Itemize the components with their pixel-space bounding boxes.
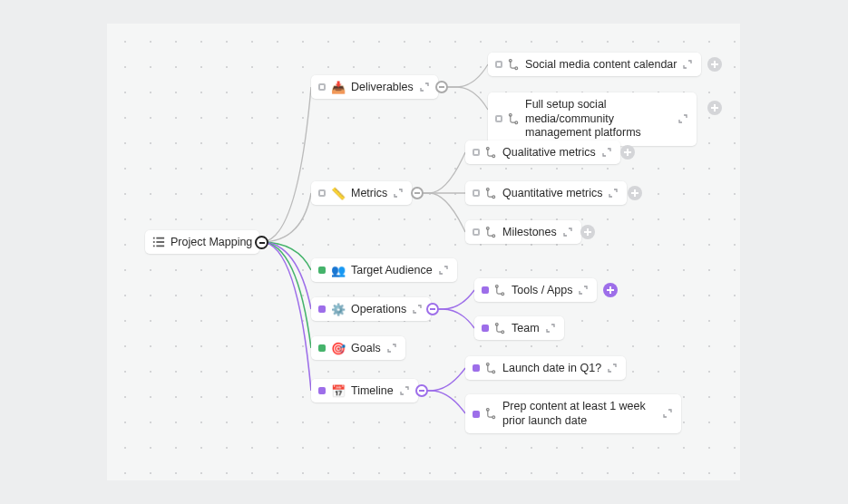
status-square — [473, 149, 480, 156]
svg-rect-3 — [156, 241, 164, 243]
connector-metrics[interactable] — [411, 187, 424, 199]
status-square — [473, 364, 480, 372]
node-label: Social media content calendar — [525, 58, 677, 71]
expand-icon[interactable] — [607, 363, 619, 374]
status-square — [318, 344, 326, 352]
emoji-icon: 📥 — [331, 82, 346, 93]
node-label: Goals — [351, 342, 381, 354]
node-label: Project Mapping — [171, 236, 252, 248]
add-button[interactable] — [707, 101, 722, 115]
status-square — [482, 286, 489, 294]
node-label: Target Audience — [351, 264, 433, 276]
node-timeline-child-1[interactable]: Prep content at least 1 week prior launc… — [465, 394, 681, 433]
emoji-icon: 🎯 — [331, 343, 346, 354]
node-root[interactable]: Project Mapping — [145, 230, 259, 254]
node-deliverables-child-0[interactable]: Social media content calendar — [488, 53, 701, 76]
node-goals[interactable]: 🎯 Goals — [311, 336, 405, 360]
mindmap-canvas[interactable]: Project Mapping 📥 Deliverables Social me… — [107, 24, 740, 480]
connector-timeline[interactable] — [415, 384, 428, 397]
emoji-icon: 📅 — [331, 385, 346, 397]
svg-point-21 — [492, 370, 495, 373]
node-timeline-child-0[interactable]: Launch date in Q1? — [465, 356, 626, 380]
svg-point-13 — [492, 195, 495, 198]
node-metrics[interactable]: 📏 Metrics — [311, 181, 412, 205]
list-icon — [152, 236, 165, 248]
node-deliverables[interactable]: 📥 Deliverables — [311, 75, 438, 99]
add-button[interactable] — [620, 145, 635, 160]
expand-icon[interactable] — [562, 227, 574, 238]
status-square — [318, 267, 326, 274]
expand-icon[interactable] — [545, 323, 557, 334]
status-square — [495, 115, 502, 122]
node-metrics-child-1[interactable]: Quantitative metrics — [465, 181, 627, 205]
emoji-icon: 👥 — [331, 265, 346, 276]
node-target[interactable]: 👥 Target Audience — [311, 258, 457, 282]
subtask-icon — [508, 113, 520, 125]
status-square — [473, 189, 480, 197]
svg-point-17 — [502, 292, 504, 295]
subtask-icon — [494, 323, 506, 334]
emoji-icon: 📏 — [331, 188, 346, 199]
subtask-icon — [485, 408, 497, 420]
expand-icon[interactable] — [682, 59, 694, 71]
subtask-icon — [485, 227, 497, 238]
node-deliverables-child-1[interactable]: Full setup social media/community manage… — [488, 92, 697, 146]
node-label: Operations — [351, 303, 406, 315]
node-label: Launch date in Q1? — [502, 362, 601, 374]
subtask-icon — [485, 147, 497, 159]
expand-icon[interactable] — [419, 82, 431, 93]
status-square — [495, 61, 502, 68]
node-timeline[interactable]: 📅 Timeline — [311, 379, 418, 402]
emoji-icon: ⚙️ — [331, 304, 346, 315]
expand-icon[interactable] — [399, 385, 411, 397]
add-button[interactable] — [707, 57, 722, 72]
status-square — [318, 387, 326, 394]
node-label: Team — [512, 322, 540, 334]
svg-point-15 — [492, 234, 495, 237]
node-label: Deliverables — [351, 81, 414, 93]
subtask-icon — [485, 363, 497, 374]
subtask-icon — [508, 59, 520, 71]
node-label: Quantitative metrics — [502, 187, 602, 199]
node-operations-child-0[interactable]: Tools / Apps — [474, 278, 597, 302]
svg-point-23 — [492, 416, 495, 419]
add-button[interactable] — [603, 283, 618, 297]
svg-rect-4 — [153, 246, 155, 247]
node-metrics-child-0[interactable]: Qualitative metrics — [465, 141, 620, 164]
node-label: Prep content at least 1 week prior launc… — [502, 400, 657, 428]
node-label: Milestones — [502, 226, 557, 238]
expand-icon[interactable] — [438, 265, 450, 276]
node-operations[interactable]: ⚙️ Operations — [311, 297, 431, 321]
node-label: Tools / Apps — [512, 284, 572, 296]
expand-icon[interactable] — [393, 188, 405, 199]
node-metrics-child-2[interactable]: Milestones — [465, 220, 581, 244]
expand-icon[interactable] — [662, 408, 674, 420]
add-button[interactable] — [580, 225, 595, 239]
status-square — [473, 411, 480, 418]
node-label: Timeline — [351, 384, 394, 397]
connector-operations[interactable] — [426, 303, 439, 315]
node-label: Metrics — [351, 187, 387, 199]
node-label: Qualitative metrics — [502, 146, 596, 159]
add-button[interactable] — [628, 186, 642, 200]
status-square — [482, 325, 489, 332]
subtask-icon — [494, 285, 506, 296]
expand-icon[interactable] — [677, 113, 689, 125]
svg-point-19 — [502, 330, 504, 333]
expand-icon[interactable] — [578, 285, 590, 296]
status-square — [318, 189, 326, 197]
svg-point-9 — [515, 121, 518, 124]
svg-rect-0 — [153, 237, 155, 239]
node-operations-child-1[interactable]: Team — [474, 316, 564, 340]
connector-deliverables[interactable] — [435, 81, 448, 93]
svg-rect-2 — [153, 241, 155, 243]
svg-point-11 — [492, 154, 495, 157]
expand-icon[interactable] — [608, 188, 619, 199]
connector-root[interactable] — [255, 236, 268, 249]
expand-icon[interactable] — [412, 304, 424, 315]
expand-icon[interactable] — [386, 343, 398, 354]
expand-icon[interactable] — [601, 147, 613, 159]
svg-point-7 — [515, 66, 518, 69]
node-label: Full setup social media/community manage… — [525, 98, 672, 141]
subtask-icon — [485, 188, 497, 199]
